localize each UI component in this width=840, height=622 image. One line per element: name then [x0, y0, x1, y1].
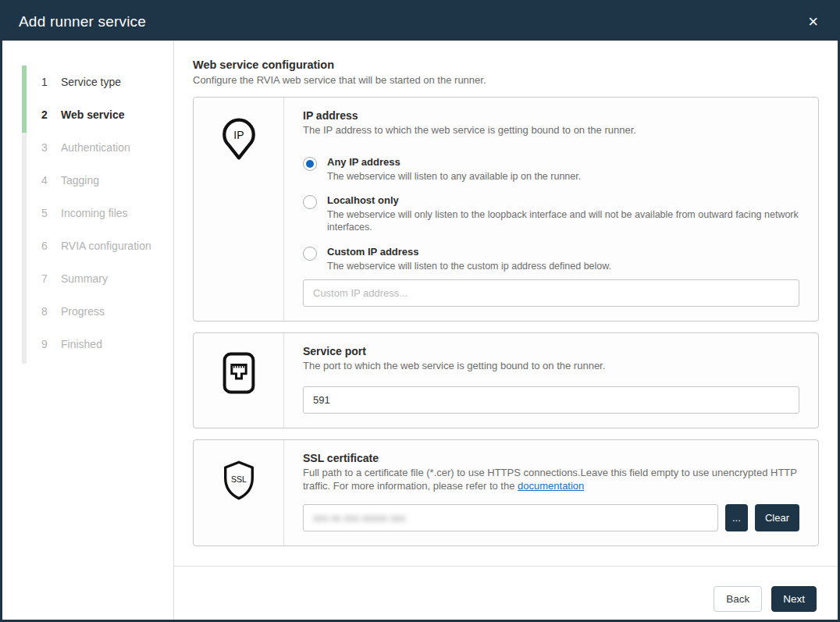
sidebar-item-summary[interactable]: 7 Summary [2, 262, 173, 295]
radio-custom-ip-address[interactable] [303, 247, 317, 261]
sidebar-item-authentication[interactable]: 3 Authentication [2, 131, 173, 164]
step-number: 4 [41, 174, 61, 187]
option-label: Localhost only [327, 194, 799, 206]
ssl-certificate-input[interactable]: xxx xx xxx xxxxx xxx [303, 504, 718, 531]
option-description: The webservice will listen to any availa… [327, 170, 581, 183]
section-title: SSL certificate [303, 452, 799, 464]
sidebar-item-rvia-configuration[interactable]: 6 RVIA configuration [2, 229, 173, 262]
step-label: Progress [61, 305, 105, 318]
option-label: Custom IP address [327, 246, 611, 258]
svg-text:SSL: SSL [231, 474, 247, 483]
section-description: Full path to a certificate file (*.cer) … [303, 467, 799, 493]
sidebar-item-progress[interactable]: 8 Progress [2, 295, 173, 328]
option-label: Any IP address [327, 156, 581, 168]
radio-localhost-only[interactable] [303, 195, 317, 209]
step-number: 3 [41, 141, 61, 154]
option-localhost-only: Localhost only The webservice will only … [303, 194, 799, 234]
back-button[interactable]: Back [714, 586, 762, 612]
wizard-steps-sidebar: 1 Service type 2 Web service 3 Authentic… [2, 41, 174, 620]
step-number: 5 [41, 207, 61, 219]
step-label: Tagging [61, 174, 99, 187]
step-label: Authentication [61, 141, 130, 154]
clear-button[interactable]: Clear [755, 504, 799, 531]
dialog-header: Add runner service × [2, 2, 838, 41]
step-label: Web service [61, 108, 124, 121]
ip-icon-column: IP [194, 98, 284, 321]
dialog-title: Add runner service [19, 13, 146, 30]
step-number: 1 [41, 76, 61, 88]
section-ssl-certificate: SSL SSL certificate Full path to a certi… [193, 439, 819, 546]
step-number: 7 [41, 272, 61, 285]
section-description: The IP address to which the web service … [303, 124, 799, 137]
documentation-link[interactable]: documentation [518, 480, 584, 492]
step-number: 2 [41, 108, 61, 121]
ip-pin-icon: IP [215, 115, 262, 163]
svg-text:IP: IP [233, 129, 244, 141]
step-label: Incoming files [61, 207, 128, 219]
section-title: Service port [303, 345, 799, 357]
ethernet-port-icon [217, 350, 261, 396]
option-description: The webservice will only listen to the l… [327, 208, 799, 234]
radio-any-ip-address[interactable] [303, 157, 317, 171]
dialog-body: 1 Service type 2 Web service 3 Authentic… [2, 41, 838, 620]
step-number: 9 [41, 338, 61, 350]
section-title: IP address [303, 109, 799, 122]
dialog-footer: Back Next [174, 566, 838, 612]
ssl-icon-column: SSL [194, 440, 284, 546]
ssl-shield-icon: SSL [218, 457, 260, 503]
section-ip-address: IP IP address The IP address to which th… [193, 97, 819, 322]
close-icon[interactable]: × [805, 12, 821, 32]
sidebar-item-tagging[interactable]: 4 Tagging [2, 164, 173, 197]
progress-rail [22, 66, 27, 364]
page-title: Web service configuration [193, 59, 819, 71]
progress-rail-completed [22, 66, 27, 133]
add-runner-service-dialog: Add runner service × 1 Service type 2 We… [0, 0, 840, 622]
sidebar-item-incoming-files[interactable]: 5 Incoming files [2, 197, 173, 229]
option-custom-ip-address: Custom IP address The webservice will li… [303, 246, 799, 272]
sidebar-item-finished[interactable]: 9 Finished [2, 328, 173, 361]
step-label: Summary [61, 272, 108, 285]
next-button[interactable]: Next [771, 586, 817, 612]
ssl-certificate-value-redacted: xxx xx xxx xxxxx xxx [313, 512, 405, 524]
custom-ip-input[interactable] [303, 279, 799, 307]
step-label: Finished [61, 338, 102, 350]
service-port-input[interactable] [303, 386, 799, 414]
step-label: Service type [61, 76, 121, 88]
ip-options: Any IP address The webservice will liste… [303, 156, 799, 272]
progress-rail-pending [22, 133, 27, 364]
option-any-ip-address: Any IP address The webservice will liste… [303, 156, 799, 183]
section-service-port: Service port The port to which the web s… [193, 332, 819, 428]
step-number: 6 [41, 240, 61, 252]
sidebar-item-service-type[interactable]: 1 Service type [2, 66, 173, 98]
step-content: Web service configuration Configure the … [174, 41, 838, 620]
page-subtitle: Configure the RVIA web service that will… [193, 74, 819, 86]
section-description: The port to which the web service is get… [303, 360, 799, 373]
sidebar-item-web-service[interactable]: 2 Web service [2, 98, 173, 131]
browse-button[interactable]: ... [725, 504, 748, 531]
option-description: The webservice will listen to the custom… [327, 260, 611, 272]
step-list: 1 Service type 2 Web service 3 Authentic… [2, 66, 173, 361]
step-label: RVIA configuration [61, 240, 151, 252]
port-icon-column [194, 333, 284, 428]
step-number: 8 [41, 305, 61, 318]
